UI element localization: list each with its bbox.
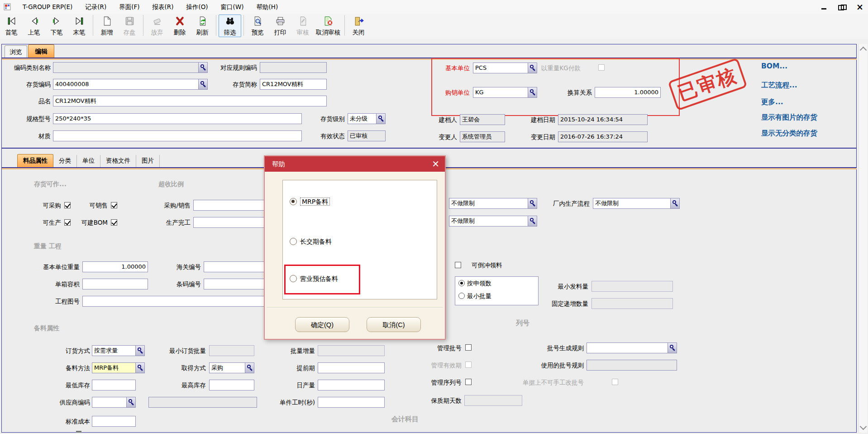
- button-label: 首笔: [5, 29, 18, 36]
- refresh-button[interactable]: 刷新: [191, 14, 214, 37]
- link-more[interactable]: 更多...: [761, 97, 783, 107]
- std-cost-field[interactable]: [92, 416, 136, 427]
- drawing-no-field[interactable]: [82, 296, 268, 307]
- no-manual-batch-checkbox: [612, 379, 618, 385]
- option-long-leadtime-label[interactable]: 长交期备料: [300, 237, 332, 246]
- code-category-field[interactable]: [53, 62, 199, 73]
- base-unit-weight-field[interactable]: 1.00000: [82, 261, 148, 272]
- tab-qualification-files[interactable]: 资格文件: [100, 155, 136, 168]
- lookup-icon[interactable]: [136, 362, 145, 373]
- lookup-icon[interactable]: [671, 198, 680, 209]
- lookup-icon[interactable]: [528, 63, 537, 73]
- first-record-button[interactable]: 首笔: [0, 14, 23, 37]
- link-process-flow[interactable]: 工艺流程...: [761, 81, 797, 90]
- minimize-button[interactable]: [820, 3, 827, 10]
- scroll-up-icon[interactable]: [860, 47, 867, 54]
- option-mrp-radio[interactable]: [290, 198, 297, 205]
- batch-rule-field[interactable]: [587, 342, 668, 353]
- dialog-close-icon[interactable]: ✕: [432, 159, 439, 169]
- production-finish-field[interactable]: [193, 217, 268, 228]
- cancel-audit-button[interactable]: 取消审核: [314, 14, 342, 37]
- customs-code-field[interactable]: [204, 261, 268, 272]
- inventory-short-name-field[interactable]: CR12MOV精料: [260, 79, 327, 90]
- tab-images[interactable]: 图片: [136, 155, 160, 168]
- filter-button[interactable]: 筛选: [219, 14, 241, 37]
- base-unit-field[interactable]: PCS: [473, 63, 528, 73]
- link-show-uncategorized[interactable]: 显示无分类的存货: [761, 129, 817, 138]
- dialog-ok-button[interactable]: 确定(Q): [295, 317, 349, 332]
- trade-unit-field[interactable]: KG: [473, 87, 528, 98]
- lookup-icon[interactable]: [127, 397, 136, 408]
- factory-flow-field[interactable]: 不做限制: [593, 198, 671, 209]
- issue-by-min-batch-radio[interactable]: [458, 293, 465, 299]
- lookup-icon[interactable]: [528, 198, 537, 209]
- menu-interface[interactable]: 界面(F): [113, 0, 146, 14]
- lookup-icon[interactable]: [528, 87, 537, 98]
- conversion-field[interactable]: 1.00000: [595, 87, 661, 98]
- backflush-checkbox[interactable]: [455, 262, 461, 268]
- menu-help[interactable]: 帮助(H): [250, 0, 285, 14]
- preview-button[interactable]: 预览: [246, 14, 269, 37]
- option-mrp-label[interactable]: MRP备料: [300, 197, 330, 206]
- tab-edit[interactable]: 编辑: [28, 44, 54, 58]
- stock-method-field[interactable]: MRP备料: [92, 362, 136, 373]
- manage-serial-checkbox[interactable]: [465, 379, 472, 385]
- lookup-icon[interactable]: [245, 362, 254, 373]
- menu-report[interactable]: 报表(R): [146, 0, 180, 14]
- product-name-field[interactable]: CR12MOV精料: [53, 96, 327, 106]
- producible-checkbox[interactable]: [64, 219, 71, 226]
- spec-field[interactable]: 250*240*35: [53, 113, 302, 124]
- link-bom[interactable]: BOM...: [761, 62, 787, 70]
- vertical-scrollbar[interactable]: [858, 44, 867, 433]
- option-long-leadtime-radio[interactable]: [290, 238, 297, 245]
- restore-button[interactable]: [838, 3, 845, 10]
- purchase-sale-ratio-field[interactable]: [193, 200, 268, 211]
- tab-browse[interactable]: 浏览: [5, 45, 27, 58]
- box-volume-field[interactable]: [82, 279, 148, 289]
- inventory-level-field[interactable]: 未分级: [348, 113, 377, 124]
- obtain-mode-field[interactable]: 采购: [209, 362, 245, 373]
- scroll-down-icon[interactable]: [860, 423, 867, 430]
- dialog-title-bar[interactable]: 帮助 ✕: [265, 156, 445, 172]
- lookup-icon[interactable]: [199, 62, 208, 73]
- lookup-icon[interactable]: [199, 79, 208, 90]
- max-stock-field[interactable]: [209, 380, 254, 391]
- menu-operation[interactable]: 操作(O): [180, 0, 214, 14]
- barcode-field[interactable]: [204, 279, 268, 289]
- restriction-field-2[interactable]: 不做限制: [449, 216, 528, 227]
- material-field[interactable]: [53, 130, 302, 141]
- lookup-icon[interactable]: [377, 113, 386, 124]
- manage-batch-checkbox[interactable]: [465, 344, 472, 351]
- unit-hours-field[interactable]: [318, 397, 385, 408]
- link-show-with-image[interactable]: 显示有图片的存货: [761, 113, 817, 122]
- prev-record-button[interactable]: 上笔: [23, 14, 45, 37]
- min-stock-field[interactable]: [92, 380, 136, 391]
- daily-output-field[interactable]: [318, 380, 385, 391]
- lookup-icon[interactable]: [136, 345, 145, 356]
- tab-item-attributes[interactable]: 料品属性: [17, 154, 53, 168]
- new-button[interactable]: 新增: [95, 14, 118, 37]
- next-record-button[interactable]: 下笔: [45, 14, 68, 37]
- last-record-button[interactable]: 末笔: [68, 14, 91, 37]
- bom-allowed-checkbox[interactable]: [111, 219, 117, 226]
- inventory-code-field[interactable]: 400400008: [53, 79, 199, 90]
- tab-classification[interactable]: 分类: [53, 155, 77, 168]
- menu-window[interactable]: 窗口(W): [215, 0, 250, 14]
- purchasable-checkbox[interactable]: [64, 202, 71, 208]
- menu-tgroup-erp[interactable]: T-GROUP ERP(E): [16, 0, 79, 14]
- lookup-icon[interactable]: [668, 342, 677, 353]
- dialog-cancel-button[interactable]: 取消(C): [367, 317, 421, 332]
- order-mode-field[interactable]: 按需求量: [92, 345, 136, 356]
- delete-button[interactable]: 删除: [168, 14, 191, 37]
- lead-time-field[interactable]: [318, 362, 385, 373]
- restriction-field-1[interactable]: 不做限制: [449, 198, 528, 209]
- menu-record[interactable]: 记录(R): [79, 0, 113, 14]
- close-window-button[interactable]: ×: [856, 3, 863, 10]
- print-button[interactable]: 打印: [269, 14, 291, 37]
- sellable-checkbox[interactable]: [111, 202, 117, 208]
- close-form-button[interactable]: 关闭: [347, 14, 370, 37]
- supplier-code-field[interactable]: [92, 397, 127, 408]
- tab-units[interactable]: 单位: [77, 155, 100, 168]
- issue-by-request-radio[interactable]: [458, 280, 465, 286]
- lookup-icon[interactable]: [528, 216, 537, 227]
